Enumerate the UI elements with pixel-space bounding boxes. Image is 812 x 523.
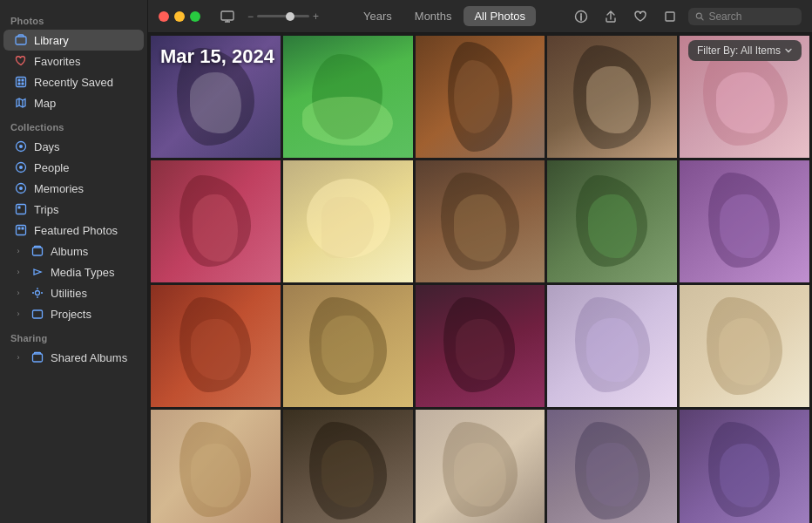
zoom-plus-icon: + <box>313 10 319 23</box>
svg-rect-5 <box>22 83 24 85</box>
people-icon <box>14 160 28 174</box>
sidebar-item-label: Memories <box>34 182 84 195</box>
collections-section-label: Collections <box>0 113 147 136</box>
projects-icon <box>30 307 44 321</box>
photo-cell[interactable] <box>416 410 545 523</box>
photo-cell[interactable] <box>547 160 677 282</box>
library-icon <box>14 33 28 47</box>
traffic-lights <box>159 11 200 22</box>
maximize-button[interactable] <box>190 11 200 22</box>
photo-cell[interactable] <box>283 410 413 523</box>
heart-icon[interactable] <box>629 5 652 28</box>
tab-months[interactable]: Months <box>404 6 463 26</box>
search-input[interactable] <box>708 10 795 23</box>
svg-rect-2 <box>18 79 21 82</box>
sidebar-item-library[interactable]: Library <box>3 30 144 51</box>
photo-area[interactable]: Mar 15, 2024 Filter By: All Items <box>148 33 812 523</box>
photo-cell[interactable] <box>547 410 677 523</box>
close-button[interactable] <box>159 11 169 22</box>
filter-label: Filter By: All Items <box>697 44 781 57</box>
photo-cell[interactable] <box>151 410 281 523</box>
sidebar-item-albums[interactable]: › Albums <box>3 241 144 262</box>
filter-button[interactable]: Filter By: All Items <box>688 40 802 61</box>
svg-rect-19 <box>33 310 43 318</box>
sidebar-item-media-types[interactable]: › Media Types <box>3 262 144 282</box>
sidebar-item-featured-photos[interactable]: Featured Photos <box>3 220 144 241</box>
sidebar-item-days[interactable]: Days <box>3 136 144 157</box>
photo-cell[interactable] <box>680 410 809 523</box>
slider-track[interactable] <box>257 15 309 17</box>
sidebar-item-utilities[interactable]: › Utilities <box>3 282 144 303</box>
svg-rect-4 <box>18 83 21 85</box>
photo-cell[interactable] <box>680 160 809 282</box>
sidebar-item-favorites[interactable]: Favorites <box>3 51 144 71</box>
utilities-icon <box>30 286 44 300</box>
photo-cell[interactable] <box>151 36 281 158</box>
sidebar-item-label: Albums <box>51 245 88 258</box>
sidebar-item-label: Days <box>34 140 60 153</box>
sidebar-item-trips[interactable]: Trips <box>3 199 144 220</box>
photo-cell[interactable] <box>416 160 545 282</box>
photo-cell[interactable] <box>283 160 413 282</box>
photo-cell[interactable] <box>283 285 413 407</box>
monitor-icon[interactable] <box>216 5 239 28</box>
sidebar-item-shared-albums[interactable]: › Shared Albums <box>3 347 144 368</box>
svg-point-9 <box>19 166 23 169</box>
sidebar-item-map[interactable]: Map <box>3 92 144 113</box>
photo-cell[interactable] <box>151 285 281 407</box>
sidebar-item-recently-saved[interactable]: Recently Saved <box>3 71 144 92</box>
albums-chevron-icon: › <box>14 247 23 255</box>
photo-cell[interactable] <box>416 36 545 158</box>
trips-icon <box>14 202 28 216</box>
svg-rect-3 <box>22 79 24 82</box>
recently-saved-icon <box>14 75 28 89</box>
search-icon <box>695 11 704 22</box>
photo-cell[interactable] <box>680 285 809 407</box>
sidebar: Photos Library Favorites Recently Saved … <box>0 0 148 523</box>
share-icon[interactable] <box>599 5 622 28</box>
svg-rect-17 <box>33 248 43 255</box>
photo-cell[interactable] <box>151 160 281 282</box>
info-icon[interactable] <box>570 5 592 28</box>
memories-icon <box>14 181 28 195</box>
svg-rect-1 <box>17 78 26 87</box>
photo-cell[interactable] <box>547 285 677 407</box>
svg-point-11 <box>19 187 23 190</box>
search-box[interactable] <box>688 8 802 25</box>
sidebar-item-label: Library <box>34 34 69 47</box>
photo-cell[interactable] <box>416 285 545 407</box>
chevron-down-icon <box>784 46 793 55</box>
zoom-slider[interactable]: − + <box>247 10 319 23</box>
sidebar-item-label: Favorites <box>34 55 80 68</box>
utilities-chevron-icon: › <box>14 289 23 297</box>
tab-years[interactable]: Years <box>353 6 403 26</box>
sidebar-item-memories[interactable]: Memories <box>3 178 144 199</box>
sidebar-item-projects[interactable]: › Projects <box>3 303 144 324</box>
sidebar-item-people[interactable]: People <box>3 157 144 178</box>
days-icon <box>14 139 28 153</box>
svg-rect-12 <box>17 205 26 214</box>
svg-rect-14 <box>17 226 26 235</box>
photo-cell[interactable] <box>283 36 413 158</box>
crop-icon[interactable] <box>659 5 681 28</box>
featured-photos-icon <box>14 223 28 237</box>
sharing-section-label: Sharing <box>0 324 147 347</box>
slider-thumb <box>286 12 294 21</box>
photo-cell[interactable] <box>547 36 677 158</box>
titlebar-right <box>570 5 802 28</box>
svg-point-18 <box>36 291 40 295</box>
sidebar-item-label: Trips <box>34 203 58 216</box>
minimize-button[interactable] <box>174 11 185 22</box>
sidebar-item-label: Utilities <box>51 287 87 300</box>
sidebar-item-label: Projects <box>51 308 91 321</box>
media-types-icon <box>30 265 44 279</box>
tab-all-photos[interactable]: All Photos <box>464 6 536 26</box>
svg-rect-20 <box>33 354 43 362</box>
titlebar-left: − + <box>159 5 319 28</box>
photos-section-label: Photos <box>0 7 147 30</box>
media-types-chevron-icon: › <box>14 268 23 276</box>
zoom-minus-icon: − <box>247 10 254 23</box>
shared-albums-icon <box>30 350 44 364</box>
svg-rect-21 <box>221 11 233 20</box>
svg-rect-23 <box>666 12 674 21</box>
